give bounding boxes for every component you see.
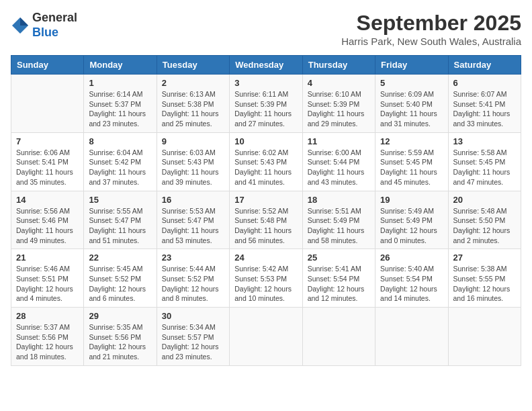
title-area: September 2025 Harris Park, New South Wa… bbox=[341, 11, 521, 47]
day-info: Sunrise: 6:00 AMSunset: 5:44 PMDaylight:… bbox=[308, 148, 370, 187]
day-info: Sunrise: 5:52 AMSunset: 5:48 PMDaylight:… bbox=[234, 206, 297, 246]
day-info: Sunrise: 6:04 AMSunset: 5:42 PMDaylight:… bbox=[89, 148, 151, 187]
day-info: Sunrise: 6:06 AMSunset: 5:41 PMDaylight:… bbox=[16, 148, 79, 187]
day-cell: 20 Sunrise: 5:48 AMSunset: 5:50 PMDaylig… bbox=[448, 191, 521, 249]
day-info: Sunrise: 6:02 AMSunset: 5:43 PMDaylight:… bbox=[234, 148, 297, 187]
day-info: Sunrise: 5:44 AMSunset: 5:52 PMDaylight:… bbox=[162, 264, 224, 304]
day-number: 7 bbox=[16, 136, 79, 146]
svg-marker-1 bbox=[20, 17, 28, 26]
day-info: Sunrise: 5:58 AMSunset: 5:45 PMDaylight:… bbox=[453, 148, 516, 187]
day-cell bbox=[448, 308, 521, 366]
week-row-3: 14 Sunrise: 5:56 AMSunset: 5:46 PMDaylig… bbox=[11, 191, 521, 249]
day-cell: 24 Sunrise: 5:42 AMSunset: 5:53 PMDaylig… bbox=[230, 249, 302, 308]
month-title: September 2025 bbox=[341, 11, 521, 36]
day-cell: 23 Sunrise: 5:44 AMSunset: 5:52 PMDaylig… bbox=[157, 249, 229, 308]
logo: General Blue bbox=[11, 11, 77, 40]
day-info: Sunrise: 6:07 AMSunset: 5:41 PMDaylight:… bbox=[453, 89, 516, 129]
calendar-header-row: Sunday Monday Tuesday Wednesday Thursday… bbox=[11, 56, 521, 75]
day-info: Sunrise: 5:53 AMSunset: 5:47 PMDaylight:… bbox=[162, 206, 224, 246]
day-info: Sunrise: 5:56 AMSunset: 5:46 PMDaylight:… bbox=[16, 206, 79, 246]
day-cell: 26 Sunrise: 5:40 AMSunset: 5:54 PMDaylig… bbox=[375, 249, 448, 308]
day-cell: 5 Sunrise: 6:09 AMSunset: 5:40 PMDayligh… bbox=[375, 75, 448, 133]
day-info: Sunrise: 5:48 AMSunset: 5:50 PMDaylight:… bbox=[453, 206, 516, 246]
day-cell: 8 Sunrise: 6:04 AMSunset: 5:42 PMDayligh… bbox=[84, 132, 157, 191]
day-cell: 19 Sunrise: 5:49 AMSunset: 5:49 PMDaylig… bbox=[375, 191, 448, 249]
day-info: Sunrise: 5:45 AMSunset: 5:52 PMDaylight:… bbox=[89, 264, 151, 304]
header-sunday: Sunday bbox=[11, 56, 84, 75]
day-info: Sunrise: 5:49 AMSunset: 5:49 PMDaylight:… bbox=[380, 206, 443, 246]
day-info: Sunrise: 6:13 AMSunset: 5:38 PMDaylight:… bbox=[162, 89, 224, 129]
day-cell: 12 Sunrise: 5:59 AMSunset: 5:45 PMDaylig… bbox=[375, 132, 448, 191]
day-number: 29 bbox=[89, 311, 151, 321]
day-info: Sunrise: 6:11 AMSunset: 5:39 PMDaylight:… bbox=[234, 89, 297, 129]
day-info: Sunrise: 5:38 AMSunset: 5:55 PMDaylight:… bbox=[453, 264, 516, 304]
day-number: 11 bbox=[308, 136, 370, 146]
day-number: 21 bbox=[16, 253, 79, 263]
day-number: 25 bbox=[308, 253, 370, 263]
day-cell bbox=[375, 308, 448, 366]
day-info: Sunrise: 6:03 AMSunset: 5:43 PMDaylight:… bbox=[162, 148, 224, 187]
day-cell: 17 Sunrise: 5:52 AMSunset: 5:48 PMDaylig… bbox=[230, 191, 302, 249]
day-number: 17 bbox=[234, 195, 297, 205]
day-cell: 11 Sunrise: 6:00 AMSunset: 5:44 PMDaylig… bbox=[302, 132, 375, 191]
day-number: 22 bbox=[89, 253, 151, 263]
day-number: 12 bbox=[380, 136, 443, 146]
day-info: Sunrise: 5:51 AMSunset: 5:49 PMDaylight:… bbox=[308, 206, 370, 246]
week-row-1: 1 Sunrise: 6:14 AMSunset: 5:37 PMDayligh… bbox=[11, 75, 521, 133]
day-info: Sunrise: 5:59 AMSunset: 5:45 PMDaylight:… bbox=[380, 148, 443, 187]
day-info: Sunrise: 5:37 AMSunset: 5:56 PMDaylight:… bbox=[16, 322, 79, 362]
day-number: 16 bbox=[162, 195, 224, 205]
header-wednesday: Wednesday bbox=[230, 56, 302, 75]
day-number: 4 bbox=[308, 78, 370, 88]
day-cell: 29 Sunrise: 5:35 AMSunset: 5:56 PMDaylig… bbox=[84, 308, 157, 366]
header-monday: Monday bbox=[84, 56, 157, 75]
day-info: Sunrise: 6:14 AMSunset: 5:37 PMDaylight:… bbox=[89, 89, 151, 129]
day-cell: 3 Sunrise: 6:11 AMSunset: 5:39 PMDayligh… bbox=[230, 75, 302, 133]
week-row-5: 28 Sunrise: 5:37 AMSunset: 5:56 PMDaylig… bbox=[11, 308, 521, 366]
day-info: Sunrise: 6:10 AMSunset: 5:39 PMDaylight:… bbox=[308, 89, 370, 129]
day-number: 9 bbox=[162, 136, 224, 146]
day-number: 1 bbox=[89, 78, 151, 88]
day-number: 28 bbox=[16, 311, 79, 321]
day-info: Sunrise: 5:55 AMSunset: 5:47 PMDaylight:… bbox=[89, 206, 151, 246]
day-number: 30 bbox=[162, 311, 224, 321]
day-info: Sunrise: 5:34 AMSunset: 5:57 PMDaylight:… bbox=[162, 322, 224, 362]
day-number: 13 bbox=[453, 136, 516, 146]
day-info: Sunrise: 5:41 AMSunset: 5:54 PMDaylight:… bbox=[308, 264, 370, 304]
day-number: 2 bbox=[162, 78, 224, 88]
day-info: Sunrise: 6:09 AMSunset: 5:40 PMDaylight:… bbox=[380, 89, 443, 129]
day-number: 8 bbox=[89, 136, 151, 146]
day-number: 27 bbox=[453, 253, 516, 263]
day-cell: 16 Sunrise: 5:53 AMSunset: 5:47 PMDaylig… bbox=[157, 191, 229, 249]
day-cell: 25 Sunrise: 5:41 AMSunset: 5:54 PMDaylig… bbox=[302, 249, 375, 308]
day-number: 15 bbox=[89, 195, 151, 205]
day-number: 23 bbox=[162, 253, 224, 263]
day-cell bbox=[11, 75, 84, 133]
day-cell: 9 Sunrise: 6:03 AMSunset: 5:43 PMDayligh… bbox=[157, 132, 229, 191]
day-cell: 6 Sunrise: 6:07 AMSunset: 5:41 PMDayligh… bbox=[448, 75, 521, 133]
header-saturday: Saturday bbox=[448, 56, 521, 75]
week-row-4: 21 Sunrise: 5:46 AMSunset: 5:51 PMDaylig… bbox=[11, 249, 521, 308]
header-tuesday: Tuesday bbox=[157, 56, 229, 75]
day-cell bbox=[302, 308, 375, 366]
day-cell: 30 Sunrise: 5:34 AMSunset: 5:57 PMDaylig… bbox=[157, 308, 229, 366]
day-info: Sunrise: 5:42 AMSunset: 5:53 PMDaylight:… bbox=[234, 264, 297, 304]
day-cell: 22 Sunrise: 5:45 AMSunset: 5:52 PMDaylig… bbox=[84, 249, 157, 308]
day-number: 20 bbox=[453, 195, 516, 205]
day-cell: 15 Sunrise: 5:55 AMSunset: 5:47 PMDaylig… bbox=[84, 191, 157, 249]
day-cell: 4 Sunrise: 6:10 AMSunset: 5:39 PMDayligh… bbox=[302, 75, 375, 133]
location-title: Harris Park, New South Wales, Australia bbox=[341, 36, 521, 47]
header-friday: Friday bbox=[375, 56, 448, 75]
logo-text-general: General bbox=[32, 11, 77, 24]
calendar-table: Sunday Monday Tuesday Wednesday Thursday… bbox=[11, 55, 521, 366]
day-number: 26 bbox=[380, 253, 443, 263]
logo-icon bbox=[11, 16, 30, 35]
day-number: 24 bbox=[234, 253, 297, 263]
day-info: Sunrise: 5:35 AMSunset: 5:56 PMDaylight:… bbox=[89, 322, 151, 362]
day-cell: 10 Sunrise: 6:02 AMSunset: 5:43 PMDaylig… bbox=[230, 132, 302, 191]
header-thursday: Thursday bbox=[302, 56, 375, 75]
day-number: 10 bbox=[234, 136, 297, 146]
day-cell: 13 Sunrise: 5:58 AMSunset: 5:45 PMDaylig… bbox=[448, 132, 521, 191]
logo-text-blue: Blue bbox=[32, 26, 58, 39]
day-info: Sunrise: 5:40 AMSunset: 5:54 PMDaylight:… bbox=[380, 264, 443, 304]
